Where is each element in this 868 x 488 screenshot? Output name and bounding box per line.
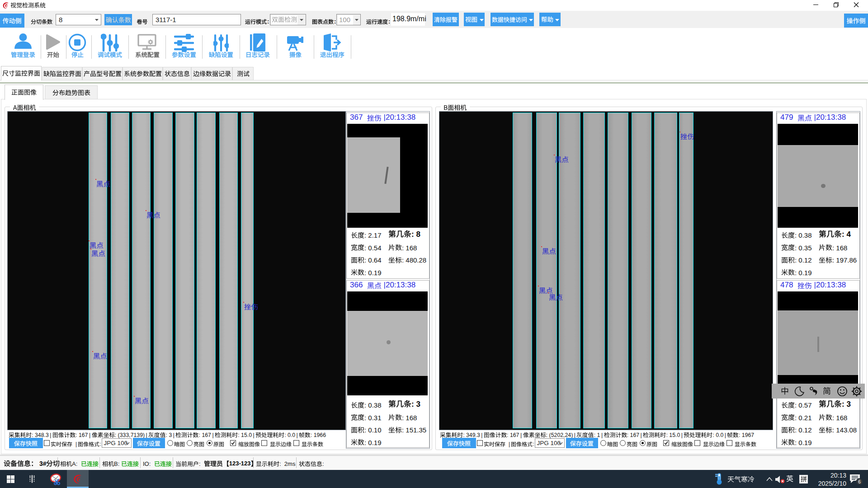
svg-text:6: 6 bbox=[858, 479, 861, 484]
